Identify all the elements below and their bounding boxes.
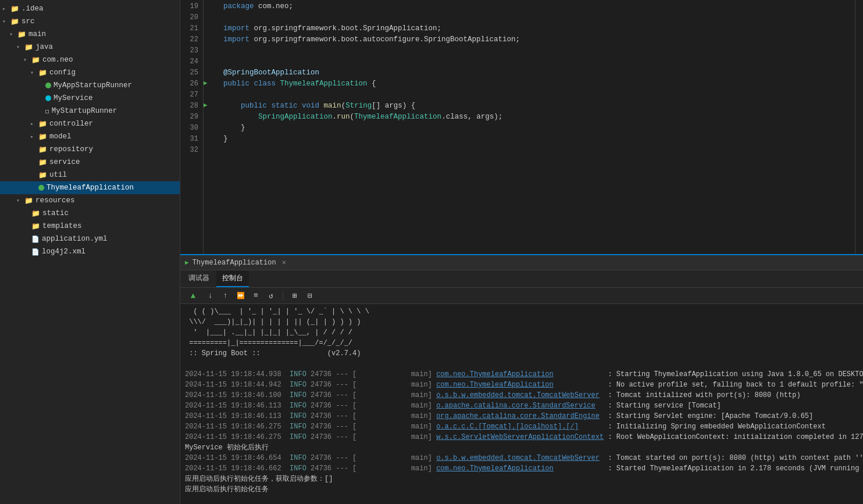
code-line-20 [223,12,849,23]
tree-item-repository[interactable]: 📁 repository [0,143,180,156]
toolbar-btn-stop[interactable]: ≡ [250,290,262,302]
tab-debugger[interactable]: 调试器 [183,271,215,287]
log-line-custom: MyService 初始化后执行 [185,442,858,453]
arrow-icon [2,18,10,25]
file-tree-sidebar: 📁 .idea 📁 src 📁 main 📁 java 📁 com.neo [0,0,180,504]
tree-item-src[interactable]: 📁 src [0,15,180,28]
tree-item-resources[interactable]: 📁 resources [0,194,180,207]
folder-icon: 📁 [24,43,33,52]
log-line-custom3: 应用启动后执行初始化任务 [185,484,858,495]
tree-item-util[interactable]: 📁 util [0,169,180,181]
tree-item-templates[interactable]: 📁 templates [0,220,180,233]
run-arrow-28[interactable]: ▶ [204,101,208,109]
tree-label: java [35,43,53,51]
tree-item-static[interactable]: 📁 static [0,207,180,220]
code-line-26: public class ThymeleafApplication { [223,78,849,90]
log-line-7: 2024-11-15 19:18:46.275 INFO 24736 --- [… [185,432,858,442]
tree-label: model [49,133,72,141]
arrow-icon [23,56,31,63]
code-line-19: package com.neo; [223,1,849,12]
ascii-line-2: \\\/ ___)|_|_)| | | | | || (_| | ) ) ) ) [185,317,858,327]
code-line-25: @SpringBootApplication [223,67,849,78]
run-arrow-26[interactable]: ▶ [204,79,208,87]
arrow-icon [30,120,38,127]
tree-item-model[interactable]: 📁 model [0,130,180,143]
line-numbers: 19 20 21 22 23 24 25 26 27 28 29 30 31 3… [180,0,204,254]
folder-icon: 📁 [24,196,33,205]
run-config-bar: ▶ ThymeleafApplication ✕ [180,255,863,270]
tree-item-service[interactable]: 📁 service [0,156,180,169]
tree-label: ThymeleafApplication [47,184,134,192]
run-config-icon: ▶ [185,259,189,266]
run-config-name: ThymeleafApplication [192,259,276,267]
toolbar-btn-up[interactable]: ↑ [220,290,231,302]
tree-item-thymeleafapplication[interactable]: ThymeleafApplication [0,181,180,194]
tree-label: MyService [54,94,93,102]
folder-icon: 📁 [31,209,40,218]
ascii-line-1: ( ( )\___ | '_ | '_| | '_ \/ _` | \ \ \ … [185,306,858,317]
main-area: 📁 .idea 📁 src 📁 main 📁 java 📁 com.neo [0,0,863,504]
yml-icon: 📄 [31,235,40,243]
arrow-icon [30,69,38,76]
console-blank-1 [185,359,858,369]
tree-item-controller[interactable]: 📁 controller [0,117,180,130]
ascii-line-3: ' |___| .__|_| |_|_| |_\__, | / / / / [185,327,858,338]
code-line-30: } [223,123,849,134]
tab-console-label: 控制台 [222,273,243,283]
code-line-22: import org.springframework.boot.autoconf… [223,34,849,45]
toolbar-btn-down[interactable]: ↓ [205,290,216,302]
tree-item-main[interactable]: 📁 main [0,28,180,41]
log-line-2: 2024-11-15 19:18:44.942 INFO 24736 --- [… [185,380,858,390]
folder-icon: 📁 [38,145,47,154]
tree-item-myservice[interactable]: MyService [0,92,180,105]
tab-debugger-label: 调试器 [188,273,209,283]
folder-icon: 📁 [10,17,19,26]
tree-item-idea[interactable]: 📁 .idea [0,2,180,15]
arrow-icon [16,44,24,51]
tree-label: config [49,69,76,77]
tree-label: templates [42,222,82,230]
up-arrow-icon[interactable]: ▲ [191,291,195,301]
tree-item-application-yml[interactable]: 📄 application.yml [0,233,180,245]
log-line-8: 2024-11-15 19:18:46.654 INFO 24736 --- [… [185,453,858,463]
arrow-icon [2,5,10,12]
tree-item-myappstartuprunner[interactable]: MyAppStartupRunner [0,79,180,92]
log-line-3: 2024-11-15 19:18:46.100 INFO 24736 --- [… [185,390,858,401]
ascii-line-5: :: Spring Boot :: (v2.7.4) [185,348,858,359]
tree-item-config[interactable]: 📁 config [0,66,180,79]
file-icon: ◻ [45,108,49,115]
toolbar-btn-rerun[interactable]: ↺ [265,290,277,302]
tree-label: com.neo [42,56,73,64]
log-line-1: 2024-11-15 19:18:44.938 INFO 24736 --- [… [185,369,858,380]
tree-label: src [22,17,35,26]
toolbar-btn-grid[interactable]: ⊟ [304,290,316,302]
tree-item-mystartuprunner[interactable]: ◻ MyStartupRunner [0,105,180,117]
arrow-icon [9,31,17,38]
tree-item-com-neo[interactable]: 📁 com.neo [0,53,180,66]
toolbar-btn-left-side: ▲ [185,290,201,302]
tree-label: static [42,209,69,217]
close-run-tab-button[interactable]: ✕ [282,258,286,267]
tree-label: controller [49,120,93,128]
console-output[interactable]: ( ( )\___ | '_ | '_| | '_ \/ _` | \ \ \ … [180,304,863,504]
log-line-9: 2024-11-15 19:18:46.662 INFO 24736 --- [… [185,463,858,474]
tree-label: repository [49,145,93,153]
console-toolbar: ▲ ↓ ↑ ⏩ ≡ ↺ ⊞ ⊟ [180,288,863,304]
tree-item-java[interactable]: 📁 java [0,41,180,53]
toolbar-btn-forward[interactable]: ⏩ [235,290,247,302]
tree-label: application.yml [42,235,108,243]
tab-console[interactable]: 控制台 [216,271,249,287]
code-content[interactable]: package com.neo; import org.springframew… [217,0,855,254]
log-line-6: 2024-11-15 19:18:46.275 INFO 24736 --- [… [185,421,858,432]
log-line-4: 2024-11-15 19:18:46.113 INFO 24736 --- [… [185,401,858,411]
folder-icon: 📁 [31,56,40,65]
folder-icon: 📁 [31,222,40,231]
toolbar-btn-list[interactable]: ⊞ [289,290,301,302]
code-line-29: SpringApplication.run(ThymeleafApplicati… [223,112,849,123]
tree-item-log4j2-xml[interactable]: 📄 log4j2.xml [0,245,180,258]
run-indicator-icon [38,185,44,191]
code-line-21: import org.springframework.boot.SpringAp… [223,23,849,34]
code-line-28: public static void main(String[] args) { [223,101,849,112]
code-line-23 [223,45,849,56]
code-line-24 [223,56,849,67]
